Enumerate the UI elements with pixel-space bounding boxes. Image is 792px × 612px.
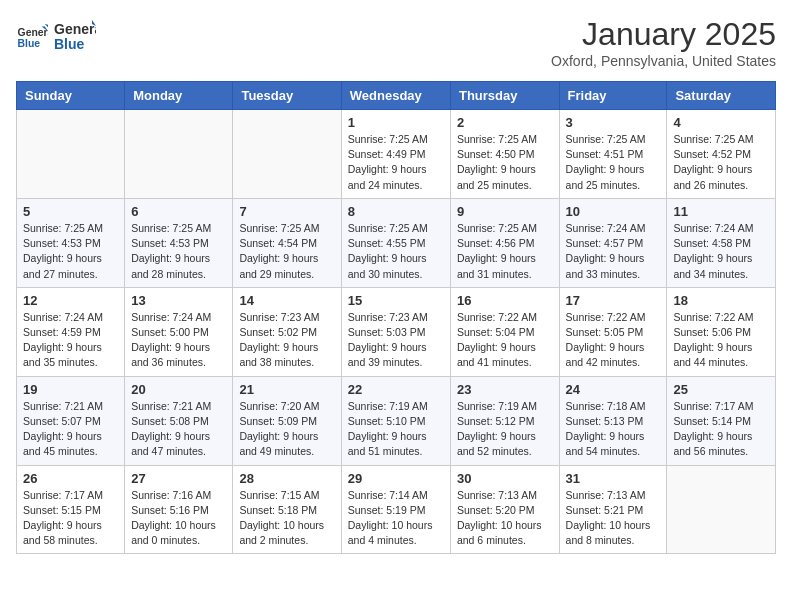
day-number: 26 [23,471,118,486]
calendar-cell: 12Sunrise: 7:24 AM Sunset: 4:59 PM Dayli… [17,287,125,376]
weekday-sunday: Sunday [17,82,125,110]
calendar-cell: 16Sunrise: 7:22 AM Sunset: 5:04 PM Dayli… [450,287,559,376]
day-number: 12 [23,293,118,308]
day-number: 17 [566,293,661,308]
day-number: 4 [673,115,769,130]
day-number: 31 [566,471,661,486]
calendar-cell: 1Sunrise: 7:25 AM Sunset: 4:49 PM Daylig… [341,110,450,199]
day-number: 13 [131,293,226,308]
day-info: Sunrise: 7:19 AM Sunset: 5:10 PM Dayligh… [348,399,444,460]
day-info: Sunrise: 7:18 AM Sunset: 5:13 PM Dayligh… [566,399,661,460]
calendar-week-4: 19Sunrise: 7:21 AM Sunset: 5:07 PM Dayli… [17,376,776,465]
day-number: 7 [239,204,334,219]
day-number: 10 [566,204,661,219]
calendar-cell [233,110,341,199]
day-number: 27 [131,471,226,486]
calendar-cell: 7Sunrise: 7:25 AM Sunset: 4:54 PM Daylig… [233,198,341,287]
day-info: Sunrise: 7:19 AM Sunset: 5:12 PM Dayligh… [457,399,553,460]
weekday-monday: Monday [125,82,233,110]
day-info: Sunrise: 7:24 AM Sunset: 4:59 PM Dayligh… [23,310,118,371]
weekday-header-row: SundayMondayTuesdayWednesdayThursdayFrid… [17,82,776,110]
day-info: Sunrise: 7:21 AM Sunset: 5:08 PM Dayligh… [131,399,226,460]
calendar-cell [17,110,125,199]
day-number: 3 [566,115,661,130]
day-info: Sunrise: 7:13 AM Sunset: 5:21 PM Dayligh… [566,488,661,549]
svg-text:General: General [18,27,48,38]
day-number: 30 [457,471,553,486]
day-info: Sunrise: 7:22 AM Sunset: 5:04 PM Dayligh… [457,310,553,371]
day-info: Sunrise: 7:25 AM Sunset: 4:50 PM Dayligh… [457,132,553,193]
day-info: Sunrise: 7:22 AM Sunset: 5:06 PM Dayligh… [673,310,769,371]
day-number: 1 [348,115,444,130]
calendar-cell: 21Sunrise: 7:20 AM Sunset: 5:09 PM Dayli… [233,376,341,465]
calendar-cell: 15Sunrise: 7:23 AM Sunset: 5:03 PM Dayli… [341,287,450,376]
month-title: January 2025 [551,16,776,53]
day-info: Sunrise: 7:25 AM Sunset: 4:51 PM Dayligh… [566,132,661,193]
day-number: 19 [23,382,118,397]
calendar-cell: 10Sunrise: 7:24 AM Sunset: 4:57 PM Dayli… [559,198,667,287]
calendar-cell: 30Sunrise: 7:13 AM Sunset: 5:20 PM Dayli… [450,465,559,554]
day-info: Sunrise: 7:13 AM Sunset: 5:20 PM Dayligh… [457,488,553,549]
weekday-thursday: Thursday [450,82,559,110]
calendar-table: SundayMondayTuesdayWednesdayThursdayFrid… [16,81,776,554]
day-info: Sunrise: 7:25 AM Sunset: 4:53 PM Dayligh… [23,221,118,282]
weekday-friday: Friday [559,82,667,110]
calendar-cell: 29Sunrise: 7:14 AM Sunset: 5:19 PM Dayli… [341,465,450,554]
svg-text:Blue: Blue [18,38,41,49]
calendar-cell: 27Sunrise: 7:16 AM Sunset: 5:16 PM Dayli… [125,465,233,554]
day-info: Sunrise: 7:17 AM Sunset: 5:14 PM Dayligh… [673,399,769,460]
logo-graphic: General Blue [52,16,96,56]
calendar-cell: 31Sunrise: 7:13 AM Sunset: 5:21 PM Dayli… [559,465,667,554]
day-number: 9 [457,204,553,219]
day-number: 18 [673,293,769,308]
day-number: 25 [673,382,769,397]
day-info: Sunrise: 7:21 AM Sunset: 5:07 PM Dayligh… [23,399,118,460]
calendar-cell: 14Sunrise: 7:23 AM Sunset: 5:02 PM Dayli… [233,287,341,376]
day-info: Sunrise: 7:25 AM Sunset: 4:49 PM Dayligh… [348,132,444,193]
title-block: January 2025 Oxford, Pennsylvania, Unite… [551,16,776,69]
calendar-cell: 3Sunrise: 7:25 AM Sunset: 4:51 PM Daylig… [559,110,667,199]
weekday-tuesday: Tuesday [233,82,341,110]
calendar-cell [667,465,776,554]
day-info: Sunrise: 7:15 AM Sunset: 5:18 PM Dayligh… [239,488,334,549]
svg-text:Blue: Blue [54,36,85,52]
calendar-cell: 4Sunrise: 7:25 AM Sunset: 4:52 PM Daylig… [667,110,776,199]
day-number: 2 [457,115,553,130]
calendar-cell: 9Sunrise: 7:25 AM Sunset: 4:56 PM Daylig… [450,198,559,287]
calendar-cell: 19Sunrise: 7:21 AM Sunset: 5:07 PM Dayli… [17,376,125,465]
svg-text:General: General [54,21,96,37]
day-number: 24 [566,382,661,397]
weekday-wednesday: Wednesday [341,82,450,110]
day-number: 6 [131,204,226,219]
calendar-cell: 18Sunrise: 7:22 AM Sunset: 5:06 PM Dayli… [667,287,776,376]
logo-icon: General Blue [16,20,48,52]
calendar-week-2: 5Sunrise: 7:25 AM Sunset: 4:53 PM Daylig… [17,198,776,287]
day-number: 28 [239,471,334,486]
location: Oxford, Pennsylvania, United States [551,53,776,69]
calendar-cell [125,110,233,199]
day-info: Sunrise: 7:24 AM Sunset: 5:00 PM Dayligh… [131,310,226,371]
day-number: 5 [23,204,118,219]
calendar-cell: 20Sunrise: 7:21 AM Sunset: 5:08 PM Dayli… [125,376,233,465]
calendar-cell: 8Sunrise: 7:25 AM Sunset: 4:55 PM Daylig… [341,198,450,287]
day-number: 23 [457,382,553,397]
day-number: 8 [348,204,444,219]
calendar-cell: 5Sunrise: 7:25 AM Sunset: 4:53 PM Daylig… [17,198,125,287]
day-number: 15 [348,293,444,308]
calendar-week-5: 26Sunrise: 7:17 AM Sunset: 5:15 PM Dayli… [17,465,776,554]
day-number: 14 [239,293,334,308]
day-info: Sunrise: 7:25 AM Sunset: 4:52 PM Dayligh… [673,132,769,193]
calendar-cell: 2Sunrise: 7:25 AM Sunset: 4:50 PM Daylig… [450,110,559,199]
day-info: Sunrise: 7:20 AM Sunset: 5:09 PM Dayligh… [239,399,334,460]
weekday-saturday: Saturday [667,82,776,110]
calendar-cell: 6Sunrise: 7:25 AM Sunset: 4:53 PM Daylig… [125,198,233,287]
day-info: Sunrise: 7:23 AM Sunset: 5:03 PM Dayligh… [348,310,444,371]
calendar-cell: 26Sunrise: 7:17 AM Sunset: 5:15 PM Dayli… [17,465,125,554]
day-number: 11 [673,204,769,219]
day-info: Sunrise: 7:17 AM Sunset: 5:15 PM Dayligh… [23,488,118,549]
calendar-cell: 17Sunrise: 7:22 AM Sunset: 5:05 PM Dayli… [559,287,667,376]
calendar-cell: 22Sunrise: 7:19 AM Sunset: 5:10 PM Dayli… [341,376,450,465]
day-info: Sunrise: 7:25 AM Sunset: 4:56 PM Dayligh… [457,221,553,282]
calendar-cell: 25Sunrise: 7:17 AM Sunset: 5:14 PM Dayli… [667,376,776,465]
calendar-week-1: 1Sunrise: 7:25 AM Sunset: 4:49 PM Daylig… [17,110,776,199]
